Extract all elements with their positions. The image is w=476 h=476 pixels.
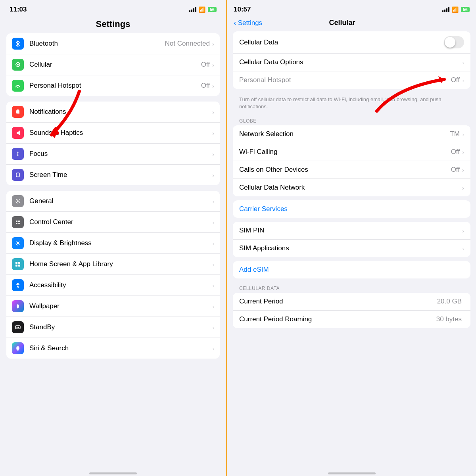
svg-marker-3 — [17, 131, 20, 135]
standby-icon — [12, 321, 24, 333]
sim-apps-row[interactable]: SIM Applications › — [233, 240, 470, 257]
wifi-calling-chevron: › — [462, 149, 464, 155]
control-label: Control Center — [29, 218, 212, 226]
homescreen-row[interactable]: Home Screen & App Library › — [6, 254, 220, 275]
siri-chevron: › — [212, 345, 214, 352]
sim-apps-label: SIM Applications — [239, 244, 462, 252]
cellular-settings-list: Cellular Data Cellular Data Options › Pe… — [227, 31, 476, 469]
time-left: 11:03 — [10, 6, 27, 13]
status-icons-right: 📶 56 — [442, 6, 470, 13]
svg-point-18 — [17, 327, 18, 328]
bluetooth-label: Bluetooth — [29, 40, 165, 48]
svg-point-1 — [17, 64, 19, 65]
focus-row[interactable]: Focus › — [6, 144, 220, 165]
wallpaper-row[interactable]: Wallpaper › — [6, 296, 220, 317]
cellular-options-row[interactable]: Cellular Data Options › — [233, 54, 470, 71]
focus-label: Focus — [29, 150, 212, 158]
personal-hotspot-value: Off — [451, 76, 460, 84]
screentime-row[interactable]: Screen Time › — [6, 165, 220, 185]
focus-icon — [12, 148, 24, 160]
signal-icon — [189, 7, 196, 12]
calls-other-row[interactable]: Calls on Other Devices Off › — [233, 161, 470, 179]
cellular-options-chevron: › — [462, 59, 464, 66]
control-row[interactable]: Control Center › — [6, 212, 220, 233]
network-selection-label: Network Selection — [239, 130, 450, 138]
wallpaper-label: Wallpaper — [29, 302, 212, 310]
sim-pin-label: SIM PIN — [239, 226, 462, 234]
siri-label: Siri & Search — [29, 344, 212, 352]
settings-title-bar: Settings — [0, 17, 226, 33]
sim-apps-chevron: › — [462, 245, 464, 252]
sim-pin-chevron: › — [462, 227, 464, 234]
accessibility-chevron: › — [212, 282, 214, 289]
cellular-nav-bar: 10:57 📶 56 — [227, 0, 476, 17]
control-chevron: › — [212, 219, 214, 226]
cellular-data-section-header: CELLULAR DATA — [233, 282, 470, 293]
bluetooth-row[interactable]: Bluetooth Not Connected › — [6, 33, 220, 54]
cellular-title-row: ‹ Settings Cellular — [227, 17, 476, 31]
svg-point-21 — [17, 347, 19, 350]
cellular-top-group: Cellular Data Cellular Data Options › Pe… — [233, 31, 470, 89]
sounds-label: Sounds & Haptics — [29, 129, 212, 137]
homescreen-icon — [12, 258, 24, 270]
settings-panel: 11:03 📶 56 Settings Bluetooth — [0, 0, 226, 476]
cellular-description: Turn off cellular data to restrict all d… — [233, 93, 470, 115]
status-icons-left: 📶 56 — [189, 6, 217, 13]
svg-rect-12 — [15, 262, 17, 264]
display-row[interactable]: Display & Brightness › — [6, 233, 220, 254]
notifications-row[interactable]: Notifications › — [6, 102, 220, 123]
accessibility-row[interactable]: Accessibility › — [6, 275, 220, 296]
display-icon — [12, 237, 24, 249]
network-selection-chevron: › — [462, 131, 464, 138]
siri-icon — [12, 342, 24, 354]
settings-title: Settings — [96, 19, 131, 29]
svg-point-16 — [17, 283, 19, 284]
calls-other-chevron: › — [462, 167, 464, 173]
add-esim-row[interactable]: Add eSIM — [233, 261, 470, 278]
add-esim-label[interactable]: Add eSIM — [239, 266, 269, 274]
sim-pin-row[interactable]: SIM PIN › — [233, 222, 470, 240]
cellular-data-network-row[interactable]: Cellular Data Network › — [233, 179, 470, 196]
siri-row[interactable]: Siri & Search › — [6, 338, 220, 359]
current-period-roaming-value: 30 bytes — [436, 315, 462, 323]
back-button[interactable]: ‹ Settings — [234, 18, 262, 27]
carrier-services-label[interactable]: Carrier Services — [239, 205, 288, 213]
cellular-label: Cellular — [29, 61, 201, 69]
current-period-roaming-row: Current Period Roaming 30 bytes — [233, 311, 470, 328]
current-period-label: Current Period — [239, 298, 437, 305]
settings-list: Bluetooth Not Connected › Cellular Off › — [0, 33, 226, 469]
system-group: General › Control Center › — [6, 191, 220, 359]
globe-section-header: GLOBE — [233, 115, 470, 125]
sounds-chevron: › — [212, 130, 214, 136]
svg-rect-14 — [15, 265, 17, 267]
wifi-calling-row[interactable]: Wi-Fi Calling Off › — [233, 143, 470, 161]
notifications-icon — [12, 106, 24, 118]
wifi-calling-value: Off — [451, 148, 460, 156]
globe-group: Network Selection TM › Wi-Fi Calling Off… — [233, 125, 470, 196]
battery-badge-left: 56 — [208, 7, 217, 12]
hotspot-row[interactable]: Personal Hotspot Off › — [6, 75, 220, 96]
wifi-icon-right: 📶 — [452, 6, 459, 13]
battery-badge-right: 56 — [461, 7, 470, 12]
screentime-label: Screen Time — [29, 171, 212, 179]
standby-row[interactable]: StandBy › — [6, 317, 220, 338]
bluetooth-chevron: › — [212, 40, 214, 47]
data-usage-group: Current Period 20.0 GB Current Period Ro… — [233, 293, 470, 328]
svg-rect-7 — [16, 221, 17, 222]
sounds-row[interactable]: Sounds & Haptics › — [6, 123, 220, 144]
network-selection-row[interactable]: Network Selection TM › — [233, 125, 470, 143]
cellular-options-label: Cellular Data Options — [239, 58, 462, 66]
cellular-data-row[interactable]: Cellular Data — [233, 31, 470, 54]
carrier-services-row[interactable]: Carrier Services — [233, 200, 470, 218]
svg-point-2 — [17, 87, 19, 88]
toggle-knob — [445, 37, 455, 48]
standby-chevron: › — [212, 324, 214, 331]
bluetooth-icon — [12, 38, 24, 50]
cellular-row[interactable]: Cellular Off › — [6, 54, 220, 75]
current-period-value: 20.0 GB — [437, 298, 462, 305]
svg-rect-8 — [18, 221, 20, 222]
cellular-data-toggle[interactable] — [444, 36, 464, 48]
homescreen-label: Home Screen & App Library — [29, 260, 212, 268]
general-row[interactable]: General › — [6, 191, 220, 212]
svg-rect-13 — [18, 262, 20, 264]
